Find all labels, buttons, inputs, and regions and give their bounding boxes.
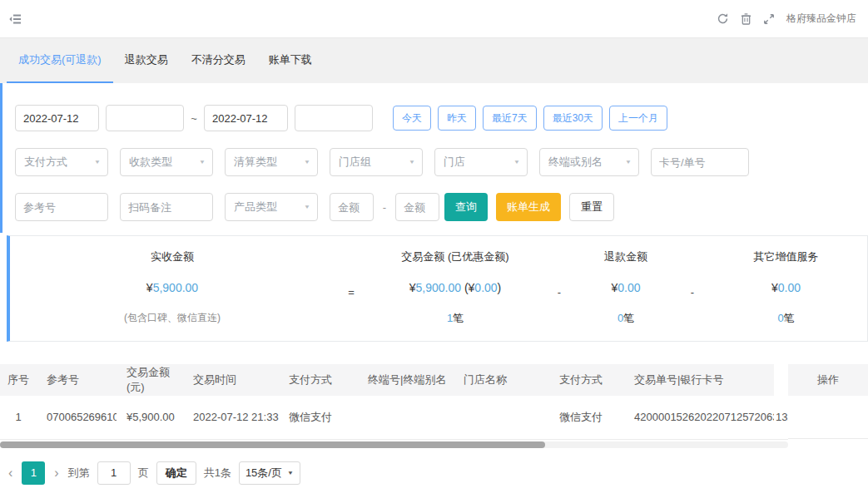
col-header-time: 交易时间: [183, 364, 279, 396]
amount-separator: -: [374, 201, 395, 214]
cell-order-no: 4200001526202207125720630038: [624, 396, 774, 439]
cell-ref-no: 070065269610: [37, 396, 117, 439]
tab-label: 成功交易(可退款): [18, 52, 102, 67]
terminal-alias-select[interactable]: 终端或别名▼: [539, 148, 639, 176]
total-count-label: 共1条: [204, 466, 231, 481]
refresh-icon[interactable]: [717, 12, 729, 25]
summary-separator-equals: =: [335, 249, 368, 326]
quick-lastmonth-button[interactable]: 上一个月: [609, 106, 667, 131]
tab-label: 退款交易: [125, 52, 168, 67]
summary-label: 退款金额: [576, 249, 676, 264]
summary-refund-amount: 退款金额 ¥0.00 0笔: [576, 249, 676, 326]
quick-last7days-button[interactable]: 最近7天: [483, 106, 537, 131]
quick-yesterday-button[interactable]: 昨天: [438, 106, 476, 131]
prev-page-icon[interactable]: ‹: [7, 466, 14, 481]
col-header-index: 序号: [0, 364, 37, 396]
transactions-table: 序号 参考号 交易金额(元) 交易时间 支付方式 终端号|终端别名 门店名称 支…: [0, 364, 788, 440]
search-button[interactable]: 查询: [444, 193, 488, 221]
product-type-select[interactable]: 产品类型▼: [225, 193, 318, 221]
col-header-store-name: 门店名称: [454, 364, 549, 396]
transactions-table-area: 序号 参考号 交易金额(元) 交易时间 支付方式 终端号|终端别名 门店名称 支…: [0, 364, 868, 448]
cell-hidden-truncated: 132: [774, 396, 788, 439]
trash-icon[interactable]: [741, 12, 751, 25]
select-label: 支付方式: [24, 155, 67, 170]
page-number-button[interactable]: 1: [22, 461, 45, 485]
end-date-input[interactable]: [204, 105, 288, 131]
date-range-separator: ~: [184, 112, 204, 125]
select-label: 门店: [444, 155, 465, 170]
start-date-input[interactable]: [15, 105, 99, 131]
horizontal-scrollbar-thumb[interactable]: [0, 441, 545, 448]
topbar-actions: 格府臻品金钟店: [717, 12, 856, 26]
confirm-page-button[interactable]: 确定: [156, 461, 196, 485]
chevron-down-icon: ▼: [287, 470, 294, 476]
amount-max-input[interactable]: [395, 193, 439, 221]
tab-bar: 成功交易(可退款) 退款交易 不清分交易 账单下载: [0, 37, 868, 83]
pagination-bar: ‹ 1 › 到第 页 确定 共1条 15条/页 ▼: [7, 461, 868, 485]
chevron-down-icon: ▼: [409, 159, 415, 165]
select-label: 收款类型: [129, 155, 172, 170]
cell-index: 1: [0, 396, 37, 439]
summary-transaction-amount: 交易金额 (已优惠金额) ¥5,900.00 (¥0.00) 1笔: [368, 249, 543, 326]
goto-page-input[interactable]: [97, 461, 131, 485]
store-select[interactable]: 门店▼: [434, 148, 528, 176]
receipt-type-select[interactable]: 收款类型▼: [120, 148, 213, 176]
page-size-select[interactable]: 15条/页 ▼: [239, 461, 300, 485]
summary-amount: ¥5,900.00: [10, 281, 335, 294]
top-header: 格府臻品金钟店: [0, 0, 868, 37]
summary-separator-minus: -: [676, 249, 709, 326]
generate-bill-button[interactable]: 账单生成: [496, 193, 561, 221]
filter-panel: ~ 今天 昨天 最近7天 最近30天 上一个月 支付方式▼ 收款类型▼ 清算类型…: [0, 83, 868, 233]
quick-last30days-button[interactable]: 最近30天: [543, 106, 603, 131]
filter-row-dates: ~ 今天 昨天 最近7天 最近30天 上一个月: [15, 105, 868, 131]
page-unit-label: 页: [138, 466, 149, 481]
summary-count: 0笔: [709, 311, 863, 326]
pay-method-select[interactable]: 支付方式▼: [15, 148, 108, 176]
summary-separator-minus: -: [543, 249, 576, 326]
col-header-ref-no: 参考号: [37, 364, 117, 396]
amount-min-input[interactable]: [330, 193, 374, 221]
summary-value-added: 其它增值服务 ¥0.00 0笔: [709, 249, 863, 326]
card-no-input[interactable]: [651, 148, 749, 176]
scan-note-input[interactable]: [120, 193, 213, 221]
summary-amount: ¥0.00: [709, 281, 863, 294]
settlement-type-select[interactable]: 清算类型▼: [225, 148, 318, 176]
horizontal-scrollbar-track[interactable]: [0, 441, 788, 448]
cell-store-name: [454, 396, 549, 439]
col-header-pay-method: 支付方式: [279, 364, 358, 396]
col-header-pay-method2: 支付方式: [549, 364, 624, 396]
tab-bill-download[interactable]: 账单下载: [257, 38, 324, 83]
reset-button[interactable]: 重置: [569, 193, 614, 221]
summary-label: 交易金额 (已优惠金额): [368, 249, 543, 264]
cell-pay-method: 微信支付: [279, 396, 358, 439]
tab-success-transactions[interactable]: 成功交易(可退款): [7, 38, 113, 83]
cell-amount: ¥5,900.00: [117, 396, 183, 439]
fullscreen-icon[interactable]: [763, 13, 775, 25]
end-time-input[interactable]: [295, 105, 373, 131]
tab-unsettled-transactions[interactable]: 不清分交易: [180, 38, 257, 83]
store-group-select[interactable]: 门店组▼: [330, 148, 423, 176]
tab-label: 不清分交易: [191, 52, 246, 67]
ref-no-input[interactable]: [15, 193, 108, 221]
summary-label: 其它增值服务: [709, 249, 863, 264]
next-page-icon[interactable]: ›: [52, 466, 60, 481]
filter-row-selects: 支付方式▼ 收款类型▼ 清算类型▼ 门店组▼ 门店▼ 终端或别名▼: [15, 148, 868, 176]
select-label: 门店组: [339, 155, 371, 170]
menu-fold-icon[interactable]: [8, 12, 22, 26]
table-row[interactable]: 1 070065269610 ¥5,900.00 2022-07-12 21:3…: [0, 396, 788, 439]
table-header-row: 序号 参考号 交易金额(元) 交易时间 支付方式 终端号|终端别名 门店名称 支…: [0, 364, 788, 396]
summary-panel: 实收金额 ¥5,900.00 (包含口碑、微信直连) = 交易金额 (已优惠金额…: [7, 235, 868, 342]
chevron-down-icon: ▼: [625, 159, 632, 165]
start-time-input[interactable]: [106, 105, 184, 131]
app-root: 格府臻品金钟店 成功交易(可退款) 退款交易 不清分交易 账单下载 ~ 今天 昨…: [0, 0, 868, 503]
tab-refund-transactions[interactable]: 退款交易: [113, 38, 180, 83]
col-header-operation: 操作: [788, 364, 868, 396]
col-header-order-no: 交易单号|银行卡号: [624, 364, 774, 396]
table-scroll-area: 序号 参考号 交易金额(元) 交易时间 支付方式 终端号|终端别名 门店名称 支…: [0, 364, 788, 440]
chevron-down-icon: ▼: [513, 159, 520, 165]
quick-today-button[interactable]: 今天: [393, 106, 431, 131]
select-label: 终端或别名: [548, 155, 603, 170]
chevron-down-icon: ▼: [94, 159, 101, 165]
cell-pay-method2: 微信支付: [549, 396, 624, 439]
chevron-down-icon: ▼: [304, 204, 310, 210]
